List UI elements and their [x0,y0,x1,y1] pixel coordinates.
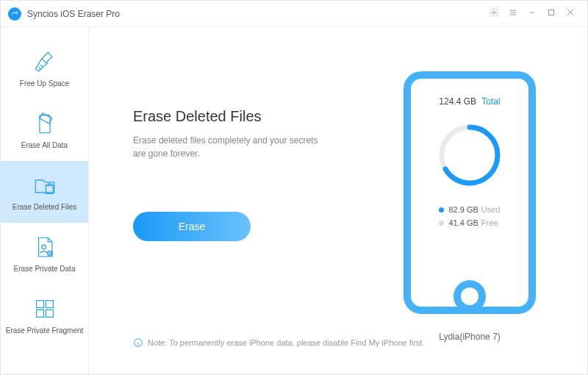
erase-phone-icon [32,110,58,137]
svg-rect-9 [39,115,49,133]
sidebar-item-erase-all-data[interactable]: Erase All Data [1,99,88,161]
legend-used-value: 82.9 GB [448,205,478,214]
storage-legend: 82.9 GB Used 41.4 GB Free [439,205,500,227]
storage-total: 124.4 GB Total [439,96,500,107]
svg-point-0 [16,11,18,12]
minimize-icon [527,7,537,20]
maximize-icon [546,7,556,20]
sidebar-item-free-up-space[interactable]: Free Up Space [1,38,88,99]
minimize-button[interactable] [523,4,542,24]
page-subtext: Erase deleted files completely and your … [133,134,324,160]
main-content: Erase Deleted Files Erase deleted files … [89,27,587,374]
sidebar-item-label: Free Up Space [15,79,74,88]
svg-rect-16 [46,310,53,317]
legend-free-label: Free [481,218,498,227]
close-icon [565,7,576,20]
svg-rect-14 [46,301,53,308]
svg-rect-15 [36,310,43,317]
menu-icon [508,7,518,20]
sidebar-item-label: Erase Private Fragment [1,326,88,335]
close-button[interactable] [561,4,580,24]
svg-rect-6 [549,10,554,15]
sidebar-item-label: Erase Deleted Files [8,203,81,212]
sidebar: Free Up Space Erase All Data Erase Delet… [1,27,89,374]
svg-point-11 [41,245,46,249]
app-title: Syncios iOS Eraser Pro [27,9,120,19]
dot-icon [439,207,444,213]
settings-button[interactable] [484,4,503,24]
sidebar-item-erase-deleted-files[interactable]: Erase Deleted Files [1,161,88,223]
storage-total-label: Total [481,96,500,107]
app-logo-icon [8,7,21,21]
left-pane: Erase Deleted Files Erase deleted files … [133,57,374,360]
folder-trash-icon [32,172,58,199]
sidebar-item-erase-private-data[interactable]: Erase Private Data [1,223,88,285]
storage-ring-chart [433,118,506,195]
erase-button[interactable]: Erase [133,212,251,241]
gear-icon [489,7,499,20]
legend-used: 82.9 GB Used [439,205,500,214]
page-heading: Erase Deleted Files [133,108,374,125]
svg-rect-13 [36,301,43,308]
title-bar: Syncios iOS Eraser Pro [1,1,587,27]
svg-point-1 [492,11,495,14]
note-row: Note: To permanently erase iPhone data, … [133,338,424,348]
phone-frame: 124.4 GB Total 82.9 GB Used [404,71,536,314]
sidebar-item-label: Erase Private Data [10,265,80,274]
sidebar-item-erase-private-fragment[interactable]: Erase Private Fragment [1,285,88,346]
maximize-button[interactable] [542,4,561,24]
menu-button[interactable] [503,4,523,24]
file-user-x-icon [32,234,58,260]
sidebar-item-label: Erase All Data [17,141,72,150]
home-button-icon [459,285,481,307]
note-text: Note: To permanently erase iPhone data, … [148,338,424,347]
info-icon [133,338,143,348]
device-name: Lydia(iPhone 7) [439,332,501,342]
legend-free: 41.4 GB Free [439,218,498,227]
dot-icon [439,221,444,226]
fragment-icon [32,296,58,322]
storage-total-value: 124.4 GB [439,96,476,107]
device-panel: 124.4 GB Total 82.9 GB Used [374,57,565,360]
legend-used-label: Used [481,205,501,214]
broom-icon [32,49,58,75]
legend-free-value: 41.4 GB [448,218,478,227]
